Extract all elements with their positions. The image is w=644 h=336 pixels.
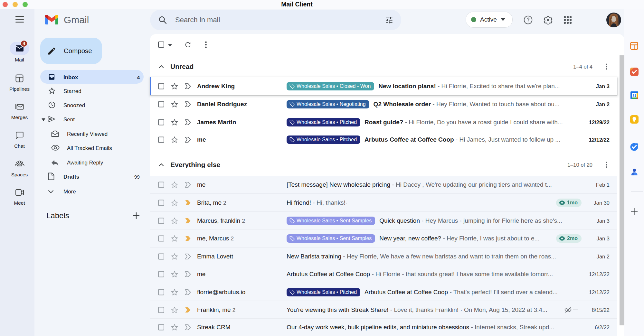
svg-text:31: 31 bbox=[632, 94, 636, 98]
